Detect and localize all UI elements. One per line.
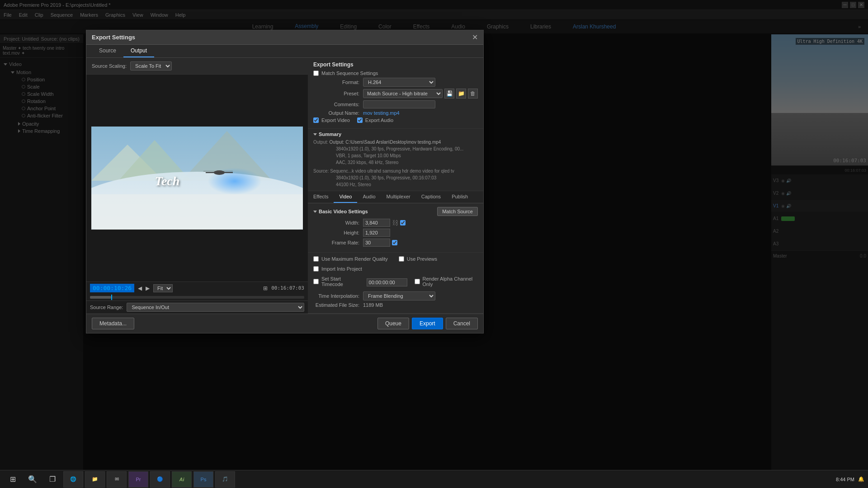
taskbar-edge[interactable]: 🌐 bbox=[63, 471, 83, 488]
taskbar-ps[interactable]: Ps bbox=[193, 471, 213, 488]
tab-video[interactable]: Video bbox=[334, 191, 357, 203]
output-name-link[interactable]: mov testing.mp4 bbox=[363, 110, 400, 116]
taskbar-browser[interactable]: 🔵 bbox=[150, 471, 170, 488]
link-chain-icon[interactable]: ⛓ bbox=[392, 219, 398, 226]
match-sequence-row: Match Sequence Settings bbox=[313, 70, 478, 76]
set-timecode-checkbox[interactable] bbox=[313, 279, 319, 284]
dialog-body: Source Scaling: Scale To Fit bbox=[86, 58, 483, 314]
summary-output-line2: 3840x1920 (1.0), 30 fps, Progressive, Ha… bbox=[336, 145, 478, 152]
source-scaling-select[interactable]: Scale To Fit bbox=[130, 61, 172, 70]
preview-timeline-track[interactable] bbox=[90, 296, 304, 299]
format-row: Format: H.264 bbox=[313, 78, 478, 87]
taskbar-extra1[interactable]: 🎵 bbox=[215, 471, 235, 488]
preset-import-button[interactable]: 📁 bbox=[456, 89, 466, 99]
summary-output-line3: VBR, 1 pass, Target 10.00 Mbps bbox=[336, 152, 478, 159]
taskbar-files[interactable]: 📁 bbox=[85, 471, 105, 488]
format-control: H.264 bbox=[363, 78, 478, 87]
width-height-lock[interactable] bbox=[400, 220, 406, 225]
summary-content: Output: Output: C:\Users\Saud Arslan\Des… bbox=[313, 139, 478, 188]
dialog-close-button[interactable]: ✕ bbox=[472, 33, 478, 42]
taskbar: ⊞ 🔍 ❐ 🌐 📁 ✉ Pr 🔵 Ai Ps 🎵 8:44 PM 🔔 bbox=[0, 470, 868, 488]
preset-label: Preset: bbox=[313, 91, 363, 96]
import-project-checkbox[interactable] bbox=[313, 266, 319, 272]
preview-play-backward[interactable]: ◀ bbox=[138, 285, 142, 291]
ai-label: Ai bbox=[179, 477, 184, 482]
cancel-button[interactable]: Cancel bbox=[446, 318, 478, 329]
source-range-select[interactable]: Sequence In/Out bbox=[127, 303, 304, 312]
preset-delete-button[interactable]: 🗑 bbox=[468, 89, 478, 99]
output-name-row: Output Name: mov testing.mp4 bbox=[313, 110, 478, 116]
comments-input[interactable] bbox=[363, 100, 435, 108]
match-source-button[interactable]: Match Source bbox=[437, 207, 478, 216]
search-button[interactable]: 🔍 bbox=[24, 471, 42, 488]
basic-video-settings: Basic Video Settings Match Source Width:… bbox=[308, 203, 483, 253]
tab-source[interactable]: Source bbox=[92, 45, 123, 57]
output-name-control: mov testing.mp4 bbox=[363, 110, 478, 116]
output-name-label: Output Name: bbox=[313, 110, 363, 116]
frame-rate-lock[interactable] bbox=[392, 240, 397, 245]
frame-rate-input[interactable] bbox=[363, 239, 390, 247]
dialog-settings-pane: Export Settings Match Sequence Settings … bbox=[308, 58, 483, 314]
mail-icon: ✉ bbox=[115, 476, 119, 482]
file-size-value: 1189 MB bbox=[363, 302, 383, 308]
format-select[interactable]: H.264 bbox=[363, 78, 435, 87]
export-video-label: Export Video bbox=[321, 117, 350, 123]
export-video-checkbox[interactable] bbox=[313, 117, 319, 123]
preview-playhead bbox=[111, 295, 112, 300]
use-previews-checkbox[interactable] bbox=[399, 256, 404, 262]
preview-image-area: Tech bbox=[86, 75, 308, 282]
export-settings-title: Export Settings bbox=[313, 61, 478, 68]
preview-fullscreen[interactable]: ⊞ bbox=[263, 285, 268, 291]
basic-video-header[interactable]: Basic Video Settings Match Source bbox=[313, 207, 478, 216]
time-interpolation-select[interactable]: Frame Blending bbox=[363, 291, 435, 300]
width-input[interactable] bbox=[363, 219, 390, 227]
render-alpha-checkbox[interactable] bbox=[415, 279, 420, 284]
task-view-button[interactable]: ❐ bbox=[43, 471, 61, 488]
preset-select[interactable]: Match Source - High bitrate bbox=[363, 89, 443, 98]
render-alpha-row: Render Alpha Channel Only bbox=[415, 276, 478, 287]
summary-header[interactable]: Summary bbox=[313, 131, 478, 137]
preset-save-button[interactable]: 💾 bbox=[444, 89, 454, 99]
export-button[interactable]: Export bbox=[412, 318, 443, 329]
metadata-button[interactable]: Metadata... bbox=[92, 318, 134, 329]
preview-progress bbox=[90, 296, 111, 299]
taskbar-notifications[interactable]: 🔔 bbox=[858, 476, 864, 482]
queue-button[interactable]: Queue bbox=[377, 318, 409, 329]
set-timecode-row: Set Start Timecode bbox=[313, 276, 359, 287]
use-previews-row: Use Previews bbox=[399, 256, 437, 262]
taskbar-right-area: 8:44 PM 🔔 bbox=[836, 476, 864, 482]
match-sequence-checkbox[interactable] bbox=[313, 70, 319, 76]
extra1-icon: 🎵 bbox=[222, 476, 228, 482]
edge-icon: 🌐 bbox=[70, 476, 76, 482]
taskbar-ai[interactable]: Ai bbox=[172, 471, 192, 488]
tab-captions[interactable]: Captions bbox=[416, 191, 446, 203]
basic-video-title: Basic Video Settings bbox=[319, 209, 368, 214]
import-project-row: Import Into Project bbox=[313, 266, 362, 272]
taskbar-time: 8:44 PM bbox=[836, 477, 854, 482]
height-input[interactable] bbox=[363, 229, 390, 237]
tab-effects[interactable]: Effects bbox=[308, 191, 334, 203]
summary-source-line1: Source: Sequenc...k video ultrahd samsun… bbox=[313, 168, 478, 174]
preview-play-forward[interactable]: ▶ bbox=[146, 285, 150, 291]
basic-video-expand-icon bbox=[313, 211, 317, 213]
start-button[interactable]: ⊞ bbox=[4, 471, 22, 488]
taskbar-premiere[interactable]: Pr bbox=[128, 471, 148, 488]
preview-tech-text: Tech bbox=[155, 174, 179, 188]
max-render-checkbox[interactable] bbox=[313, 256, 319, 262]
preview-scene-svg bbox=[91, 127, 303, 230]
tab-output[interactable]: Output bbox=[123, 45, 154, 57]
time-interpolation-row: Time Interpolation: Frame Blending bbox=[313, 291, 478, 300]
tab-publish[interactable]: Publish bbox=[446, 191, 473, 203]
tab-audio-settings[interactable]: Audio bbox=[357, 191, 381, 203]
source-scaling-row: Source Scaling: Scale To Fit bbox=[86, 58, 308, 75]
width-label: Width: bbox=[313, 220, 363, 225]
source-range-label: Source Range: bbox=[90, 305, 123, 310]
taskbar-mail[interactable]: ✉ bbox=[107, 471, 127, 488]
tab-multiplexer[interactable]: Multiplexer bbox=[381, 191, 416, 203]
timecode-input[interactable] bbox=[367, 278, 407, 286]
set-timecode-label: Set Start Timecode bbox=[321, 276, 359, 287]
summary-section: Summary Output: Output: C:\Users\Saud Ar… bbox=[308, 129, 483, 191]
frame-rate-row: Frame Rate: bbox=[313, 239, 478, 247]
preview-fit-select[interactable]: Fit bbox=[153, 284, 173, 292]
export-audio-checkbox[interactable] bbox=[357, 117, 363, 123]
